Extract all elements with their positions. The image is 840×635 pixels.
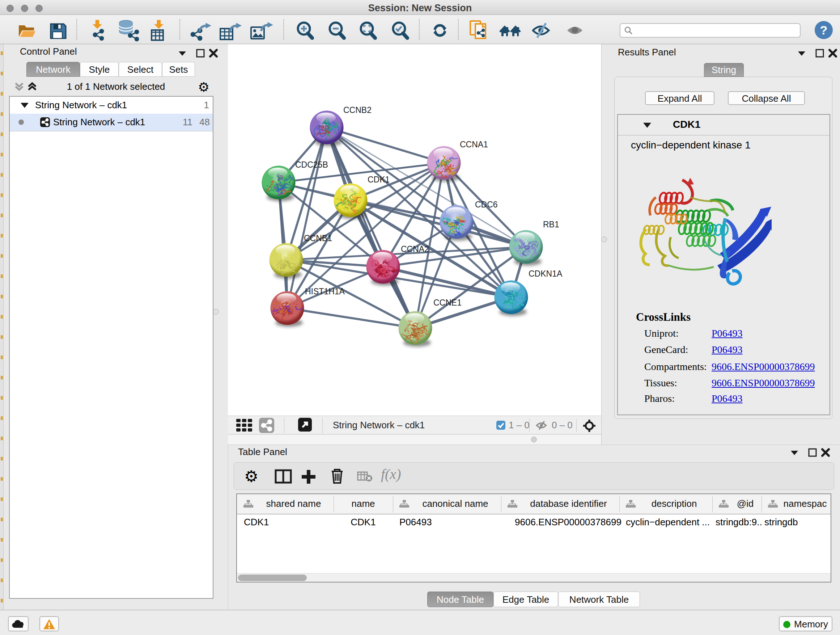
svg-text:CCNB2: CCNB2 <box>343 105 371 115</box>
svg-text:CDC6: CDC6 <box>475 200 498 209</box>
svg-text:CCNA1: CCNA1 <box>460 140 488 149</box>
svg-text:CDC25B: CDC25B <box>295 160 328 169</box>
svg-text:CDKN1A: CDKN1A <box>529 269 562 279</box>
svg-text:CCNA2: CCNA2 <box>401 244 429 254</box>
svg-text:CCNE1: CCNE1 <box>433 298 462 307</box>
svg-text:HIST1H1A: HIST1H1A <box>305 287 345 296</box>
svg-text:CCNB1: CCNB1 <box>304 233 332 243</box>
svg-text:RB1: RB1 <box>543 220 559 229</box>
svg-text:CDK1: CDK1 <box>368 175 390 184</box>
